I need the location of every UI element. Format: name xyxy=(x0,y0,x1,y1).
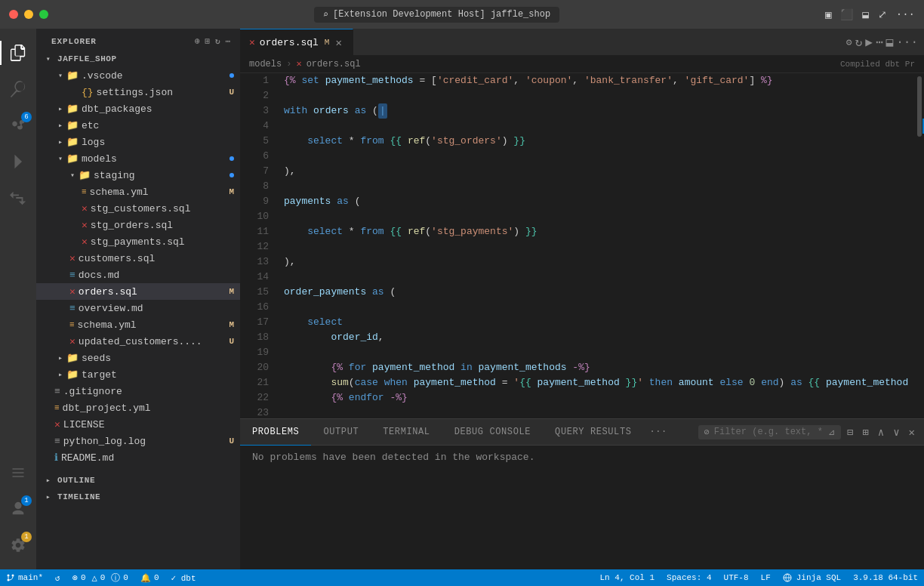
sidebar-item-updated-customers[interactable]: ✕ updated_customers.... U xyxy=(36,333,240,350)
sidebar-timeline[interactable]: ▸ TIMELINE xyxy=(36,489,240,505)
activity-account[interactable]: 1 xyxy=(0,491,36,527)
activity-extensions[interactable] xyxy=(0,180,36,216)
sidebar-item-staging[interactable]: ▾ 📁 staging xyxy=(36,167,240,184)
refresh-icon[interactable]: ↻ xyxy=(855,35,863,50)
folder-icon: 📁 xyxy=(66,103,79,115)
terminal-tab-label: TERMINAL xyxy=(383,427,430,437)
activity-run[interactable] xyxy=(0,143,36,180)
file-badge: U xyxy=(229,436,234,446)
panel-tab-more[interactable]: ··· xyxy=(644,419,673,446)
fullscreen-icon[interactable]: ⤢ xyxy=(878,8,887,21)
more-tabs-icon[interactable]: ⋯ xyxy=(876,35,883,50)
sidebar-outline[interactable]: ▸ OUTLINE xyxy=(36,472,240,489)
sidebar-item-seeds[interactable]: ▸ 📁 seeds xyxy=(36,350,240,366)
statusbar-python-version[interactable]: 3.9.18 64-bit xyxy=(847,569,924,586)
statusbar-bell[interactable]: 🔔 0 xyxy=(134,569,165,586)
sidebar-item-stg-orders[interactable]: ✕ stg_orders.sql xyxy=(36,217,240,233)
statusbar-spaces[interactable]: Spaces: 4 xyxy=(661,569,717,586)
collapse-icon[interactable]: ⊟ xyxy=(844,423,856,442)
code-line-22: {% endfor -%} xyxy=(284,390,909,406)
sidebar-item-logs[interactable]: ▸ 📁 logs xyxy=(36,134,240,150)
sidebar-item-vscode[interactable]: ▾ 📁 .vscode xyxy=(36,67,240,84)
sidebar-toggle-icon[interactable]: ▣ xyxy=(825,8,831,21)
sidebar-item-orders[interactable]: ✕ orders.sql M xyxy=(36,283,240,300)
sidebar-item-customers[interactable]: ✕ customers.sql xyxy=(36,250,240,267)
statusbar-encoding[interactable]: UTF-8 xyxy=(718,569,755,586)
split-editor-icon[interactable]: ⬓ xyxy=(886,35,894,50)
sidebar-item-readme-md[interactable]: ℹ README.md xyxy=(36,449,240,466)
new-folder-icon[interactable]: ⊞ xyxy=(205,36,211,46)
sidebar-item-dbt-project-yml[interactable]: ≡ dbt_project.yml xyxy=(36,399,240,416)
activity-settings[interactable]: 1 xyxy=(0,527,36,563)
editor-code[interactable]: {% set payment_methods = ['credit_card',… xyxy=(278,73,915,418)
panel-up-icon[interactable]: ∧ xyxy=(875,423,887,442)
debug-console-tab-label: DEBUG CONSOLE xyxy=(454,427,531,437)
tab-close-button[interactable]: ✕ xyxy=(334,35,343,50)
panel-tab-debug-console[interactable]: DEBUG CONSOLE xyxy=(442,419,543,446)
panel-tab-query-results[interactable]: QUERY RESULTS xyxy=(543,419,643,446)
statusbar-errors[interactable]: ⊗ 0 △ 0 ⓘ 0 xyxy=(66,569,134,586)
sidebar-item-overview-md[interactable]: ≡ overview.md xyxy=(36,300,240,316)
sidebar-item-schema-yml-staging[interactable]: ≡ schema.yml M xyxy=(36,184,240,200)
sidebar-item-docs-md[interactable]: ≡ docs.md xyxy=(36,267,240,283)
dbt-tab-icon: ✕ xyxy=(249,36,255,48)
sidebar-item-models[interactable]: ▾ 📁 models xyxy=(36,150,240,167)
bell-icon: 🔔 xyxy=(140,573,151,583)
maximize-button[interactable] xyxy=(39,10,48,19)
panel-tab-terminal[interactable]: TERMINAL xyxy=(371,419,442,446)
minimize-button[interactable] xyxy=(24,10,33,19)
folder-icon: 📁 xyxy=(66,136,79,148)
traffic-lights[interactable] xyxy=(9,10,48,19)
play-icon[interactable]: ▶ xyxy=(865,35,873,50)
sidebar-item-target[interactable]: ▸ 📁 target xyxy=(36,366,240,383)
code-line-13: ), xyxy=(284,254,909,270)
more-icon[interactable]: ··· xyxy=(896,8,915,20)
toolbar-more-icon[interactable]: ··· xyxy=(896,35,918,49)
sidebar-project-root[interactable]: ▾ JAFFLE_SHOP xyxy=(36,51,240,67)
sidebar-item-stg-payments[interactable]: ✕ stg_payments.sql xyxy=(36,233,240,250)
sidebar-item-gitignore[interactable]: ≡ .gitignore xyxy=(36,383,240,399)
statusbar-eol[interactable]: LF xyxy=(755,569,777,586)
panel-close-icon[interactable]: ✕ xyxy=(906,423,918,442)
new-file-icon[interactable]: ⊕ xyxy=(195,36,201,46)
statusbar-language[interactable]: Jinja SQL xyxy=(777,569,847,586)
activity-remote[interactable] xyxy=(0,455,36,491)
filter-input[interactable] xyxy=(714,427,824,437)
breadcrumb-models[interactable]: models xyxy=(249,59,282,69)
sidebar-item-stg-customers[interactable]: ✕ stg_customers.sql xyxy=(36,200,240,217)
statusbar-git-branch[interactable]: main* xyxy=(0,569,49,586)
sort-icon[interactable]: ⊞ xyxy=(859,423,871,442)
panel-filter[interactable]: ⊘ ⊿ xyxy=(698,425,841,440)
sidebar-item-python-log[interactable]: ≡ python_log.log U xyxy=(36,433,240,449)
run-query-icon[interactable]: ⚙ xyxy=(846,36,852,48)
statusbar-sync[interactable]: ↺ xyxy=(49,569,66,586)
panel-tabs-bar: PROBLEMS OUTPUT TERMINAL DEBUG CONSOLE Q… xyxy=(240,419,924,446)
panel-toggle-icon[interactable]: ⬓ xyxy=(862,8,868,21)
sidebar-item-dbt-packages[interactable]: ▸ 📁 dbt_packages xyxy=(36,100,240,117)
panel-tab-problems[interactable]: PROBLEMS xyxy=(240,419,311,446)
panel-down-icon[interactable]: ∨ xyxy=(890,423,902,442)
sidebar-item-etc[interactable]: ▸ 📁 etc xyxy=(36,117,240,134)
editor-scrollbar[interactable] xyxy=(915,73,924,418)
statusbar-line-col[interactable]: Ln 4, Col 1 xyxy=(593,569,661,586)
activity-explorer[interactable] xyxy=(0,35,36,71)
code-line-6 xyxy=(284,149,909,164)
statusbar-dbt[interactable]: ✓ dbt xyxy=(165,569,202,586)
refresh-icon[interactable]: ↻ xyxy=(215,36,221,46)
sidebar-item-schema-yml-models[interactable]: ≡ schema.yml M xyxy=(36,316,240,333)
activity-search[interactable] xyxy=(0,71,36,107)
layout-icon[interactable]: ⬛ xyxy=(840,8,853,21)
arrow-icon: ▸ xyxy=(42,476,54,485)
breadcrumb-separator: › xyxy=(286,59,291,69)
command-palette[interactable]: ⌕ [Extension Development Host] jaffle_sh… xyxy=(314,7,559,23)
sidebar-item-license[interactable]: ✕ LICENSE xyxy=(36,416,240,433)
python-version-label: 3.9.18 64-bit xyxy=(853,573,918,582)
sidebar-item-settings-json[interactable]: {} settings.json U xyxy=(36,84,240,100)
activity-source-control[interactable]: 6 xyxy=(0,107,36,143)
panel-tab-output[interactable]: OUTPUT xyxy=(311,419,371,446)
folder-arrow-icon: ▾ xyxy=(54,71,66,80)
collapse-all-icon[interactable]: ⋯ xyxy=(225,36,231,46)
close-button[interactable] xyxy=(9,10,18,19)
breadcrumb-file[interactable]: orders.sql xyxy=(306,59,361,69)
tab-orders-sql[interactable]: ✕ orders.sql M ✕ xyxy=(240,29,353,55)
